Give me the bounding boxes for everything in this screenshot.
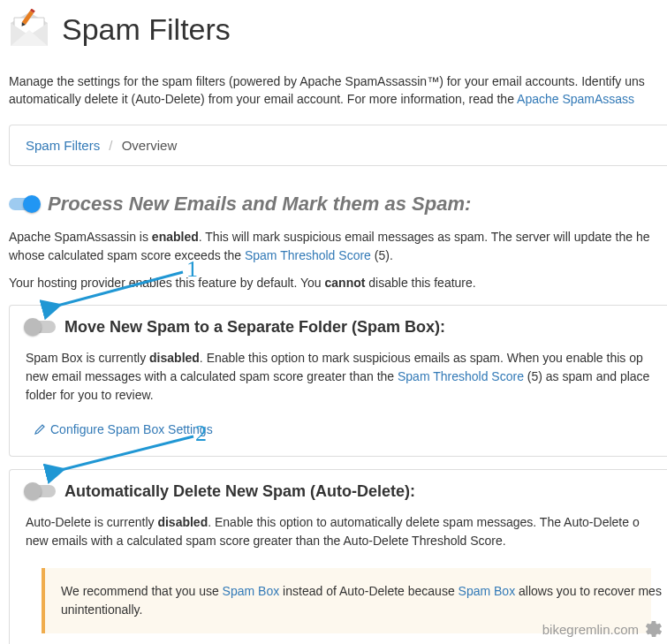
spam-threshold-link-2[interactable]: Spam Threshold Score	[398, 369, 524, 383]
panel-auto-delete: 2 Automatically Delete New Spam (Auto-De…	[9, 469, 667, 644]
intro-line1: Manage the settings for the spam filters…	[9, 74, 645, 88]
breadcrumb-current: Overview	[122, 138, 178, 153]
breadcrumb-root[interactable]: Spam Filters	[26, 138, 100, 153]
watermark-text: bikegremlin.com	[542, 622, 639, 637]
section-process-body: Apache SpamAssassin is enabled. This wil…	[9, 228, 667, 265]
section-process-note: Your hosting provider enables this featu…	[9, 274, 667, 292]
docs-link[interactable]: Apache SpamAssass	[517, 92, 634, 106]
panel-spam-box-body: Spam Box is currently disabled. Enable t…	[26, 349, 651, 405]
page-header: Spam Filters	[9, 9, 667, 60]
panel-auto-delete-body: Auto-Delete is currently disabled. Enabl…	[26, 513, 651, 550]
breadcrumb-separator: /	[103, 138, 117, 153]
panel-spam-box: 1 Move New Spam to a Separate Folder (Sp…	[9, 305, 667, 457]
configure-spam-box-label: Configure Spam Box Settings	[50, 422, 213, 436]
intro-line2: automatically delete it (Auto-Delete) fr…	[9, 92, 517, 106]
toggle-process-emails[interactable]	[9, 198, 39, 210]
intro-text: Manage the settings for the spam filters…	[9, 72, 667, 109]
spam-box-link-2[interactable]: Spam Box	[459, 584, 516, 598]
gear-icon	[644, 619, 663, 639]
configure-spam-box-link[interactable]: Configure Spam Box Settings	[34, 422, 213, 436]
toggle-spam-box[interactable]	[26, 321, 56, 333]
envelope-icon	[9, 9, 49, 49]
breadcrumb-panel: Spam Filters / Overview	[9, 125, 667, 166]
page-title: Spam Filters	[62, 12, 231, 47]
panel-spam-box-title: Move New Spam to a Separate Folder (Spam…	[64, 318, 445, 337]
toggle-auto-delete[interactable]	[26, 485, 56, 497]
breadcrumb: Spam Filters / Overview	[26, 138, 651, 153]
pencil-icon	[34, 424, 45, 435]
panel-auto-delete-title: Automatically Delete New Spam (Auto-Dele…	[64, 482, 415, 501]
watermark: bikegremlin.com	[542, 619, 663, 639]
section-process-title: Process New Emails and Mark them as Spam…	[48, 193, 471, 216]
spam-threshold-link[interactable]: Spam Threshold Score	[245, 248, 371, 262]
spam-box-link-1[interactable]: Spam Box	[223, 584, 280, 598]
section-process: Process New Emails and Mark them as Spam…	[9, 193, 667, 644]
